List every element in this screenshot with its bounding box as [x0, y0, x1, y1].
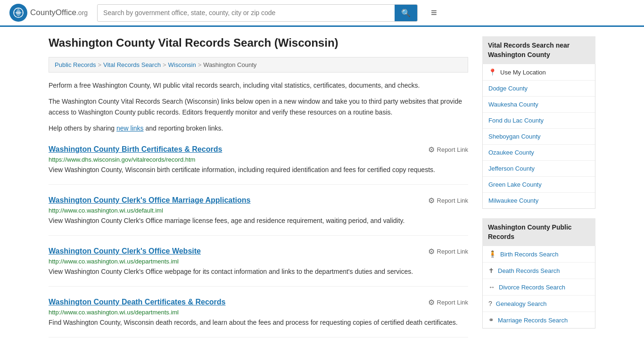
sidebar-item-genealogy[interactable]: ? Genealogy Search: [483, 296, 595, 312]
intro-para2: The Washington County Vital Records Sear…: [49, 96, 468, 117]
sidebar-item-birth-records[interactable]: 🧍 Birth Records Search: [483, 246, 595, 262]
list-item: Jefferson County: [483, 161, 595, 177]
result-url[interactable]: http://www.co.washington.wi.us/departmen…: [49, 258, 468, 265]
sidebar-item-use-my-location[interactable]: 📍 Use My Location: [483, 64, 595, 80]
list-item: Fond du Lac County: [483, 113, 595, 129]
result-entry: Washington County Clerk's Office Marriag…: [49, 196, 468, 236]
breadcrumb-public-records[interactable]: Public Records: [55, 61, 96, 68]
sidebar-public-records-section: Washington County Public Records 🧍 Birth…: [482, 218, 595, 329]
sidebar-item-sheboygan-county[interactable]: Sheboygan County: [483, 129, 595, 144]
breadcrumb-vital-records[interactable]: Vital Records Search: [103, 61, 161, 68]
result-entry: Washington County Clerk's Office Website…: [49, 247, 468, 287]
logo[interactable]: CountyOffice.org: [9, 4, 88, 22]
report-link[interactable]: ⚙ Report Link: [428, 247, 468, 256]
result-title[interactable]: Washington County Death Certificates & R…: [49, 298, 225, 306]
search-bar: 🔍: [97, 4, 418, 22]
birth-icon: 🧍: [488, 250, 496, 258]
search-button[interactable]: 🔍: [395, 5, 417, 21]
breadcrumb-current: Washington County: [203, 61, 256, 68]
intro-para1: Perform a free Washington County, WI pub…: [49, 80, 468, 90]
breadcrumb-wisconsin[interactable]: Wisconsin: [168, 61, 196, 68]
sidebar-item-fond-du-lac-county[interactable]: Fond du Lac County: [483, 113, 595, 128]
report-link[interactable]: ⚙ Report Link: [428, 196, 468, 205]
result-entry: Washington County Death Certificates & R…: [49, 298, 468, 337]
result-url[interactable]: http://www.co.washington.wi.us/departmen…: [49, 309, 468, 316]
new-links-link[interactable]: new links: [116, 124, 144, 132]
search-input[interactable]: [98, 5, 395, 20]
list-item: ✝ Death Records Search: [483, 263, 595, 279]
result-desc: View Washington County Clerk's Office ma…: [49, 216, 468, 226]
sidebar-public-records-header: Washington County Public Records: [482, 218, 595, 246]
result-url[interactable]: https://www.dhs.wisconsin.gov/vitalrecor…: [49, 156, 468, 163]
list-item: Sheboygan County: [483, 129, 595, 145]
intro-para3: Help others by sharing new links and rep…: [49, 123, 468, 133]
list-item: 📍 Use My Location: [483, 64, 595, 81]
result-desc: View Washington County Clerk's Office we…: [49, 267, 468, 277]
list-item: Waukesha County: [483, 97, 595, 113]
main-layout: Washington County Vital Records Search (…: [39, 27, 605, 357]
list-item: Milwaukee County: [483, 193, 595, 208]
list-item: 🧍 Birth Records Search: [483, 246, 595, 263]
header: CountyOffice.org 🔍 ≡: [0, 0, 644, 27]
sidebar-item-milwaukee-county[interactable]: Milwaukee County: [483, 193, 595, 208]
sidebar-item-waukesha-county[interactable]: Waukesha County: [483, 97, 595, 112]
logo-icon: [9, 4, 27, 22]
content-area: Washington County Vital Records Search (…: [49, 36, 468, 338]
result-title[interactable]: Washington County Birth Certificates & R…: [49, 145, 222, 154]
divorce-icon: ↔: [488, 283, 495, 291]
list-item: ↔ Divorce Records Search: [483, 279, 595, 296]
report-icon: ⚙: [428, 247, 435, 256]
breadcrumb: Public Records > Vital Records Search > …: [49, 57, 468, 73]
report-link[interactable]: ⚙ Report Link: [428, 298, 468, 307]
result-entry: Washington County Birth Certificates & R…: [49, 145, 468, 185]
death-icon: ✝: [488, 267, 494, 274]
logo-text: CountyOffice.org: [30, 8, 88, 17]
list-item: Green Lake County: [483, 177, 595, 193]
report-icon: ⚙: [428, 145, 435, 154]
sidebar-item-marriage-records[interactable]: ⚭ Marriage Records Search: [483, 312, 595, 328]
report-icon: ⚙: [428, 196, 435, 205]
sidebar-nearby-header: Vital Records Search near Washington Cou…: [482, 36, 595, 64]
result-desc: Find Washington County, Wisconsin death …: [49, 318, 468, 328]
result-title[interactable]: Washington County Clerk's Office Marriag…: [49, 196, 250, 205]
sidebar: Vital Records Search near Washington Cou…: [482, 36, 595, 338]
sidebar-nearby-section: Vital Records Search near Washington Cou…: [482, 36, 595, 209]
sidebar-item-ozaukee-county[interactable]: Ozaukee County: [483, 145, 595, 160]
result-title[interactable]: Washington County Clerk's Office Website: [49, 247, 201, 255]
report-link[interactable]: ⚙ Report Link: [428, 145, 468, 154]
list-item: ? Genealogy Search: [483, 296, 595, 312]
genealogy-icon: ?: [488, 300, 492, 307]
menu-button[interactable]: ≡: [427, 5, 441, 21]
sidebar-nearby-list: 📍 Use My Location Dodge County Waukesha …: [482, 64, 595, 209]
result-url[interactable]: http://www.co.washington.wi.us/default.i…: [49, 207, 468, 214]
marriage-icon: ⚭: [488, 316, 494, 324]
list-item: Dodge County: [483, 81, 595, 97]
list-item: ⚭ Marriage Records Search: [483, 312, 595, 328]
sidebar-item-jefferson-county[interactable]: Jefferson County: [483, 161, 595, 176]
page-title: Washington County Vital Records Search (…: [49, 36, 468, 49]
result-desc: View Washington County, Wisconsin birth …: [49, 165, 468, 175]
sidebar-item-death-records[interactable]: ✝ Death Records Search: [483, 263, 595, 279]
sidebar-item-dodge-county[interactable]: Dodge County: [483, 81, 595, 96]
sidebar-public-records-list: 🧍 Birth Records Search ✝ Death Records S…: [482, 246, 595, 329]
list-item: Ozaukee County: [483, 145, 595, 161]
location-icon: 📍: [488, 68, 496, 76]
sidebar-item-green-lake-county[interactable]: Green Lake County: [483, 177, 595, 192]
sidebar-item-divorce-records[interactable]: ↔ Divorce Records Search: [483, 279, 595, 295]
report-icon: ⚙: [428, 298, 435, 307]
